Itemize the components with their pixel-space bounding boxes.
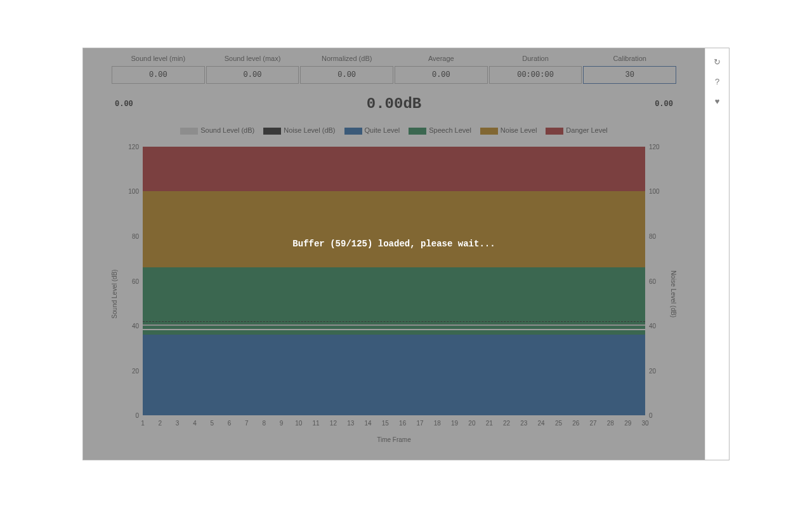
xtick: 6 — [228, 420, 232, 427]
ytick-right: 40 — [649, 322, 663, 329]
legend-speech-swatch — [409, 128, 426, 135]
legend-danger[interactable]: Danger Level — [546, 126, 607, 135]
series-noise-line — [143, 321, 645, 322]
refresh-icon[interactable]: ↻ — [714, 57, 721, 67]
ytick: 40 — [125, 322, 139, 329]
stat-min-value: 0.00 — [112, 66, 205, 84]
app-frame: Sound level (min) 0.00 Sound level (max)… — [82, 48, 730, 460]
xtick: 8 — [262, 420, 266, 427]
x-axis-label: Time Frame — [377, 436, 411, 443]
y-axis-left-label: Sound Level (dB) — [111, 269, 118, 318]
legend-quiet-label: Quite Level — [365, 126, 400, 134]
legend-noisel[interactable]: Noise Level — [480, 126, 537, 135]
ytick: 0 — [125, 412, 139, 419]
ytick: 80 — [125, 232, 139, 239]
stat-calibration-label: Calibration — [583, 55, 676, 66]
legend-noise-swatch — [263, 128, 281, 135]
ytick-right: 20 — [649, 367, 663, 374]
xtick: 14 — [364, 420, 371, 427]
stat-average-value: 0.00 — [395, 66, 488, 84]
series-sound-line-shadow — [143, 324, 645, 326]
legend-noise[interactable]: Noise Level (dB) — [263, 126, 335, 135]
xtick: 22 — [503, 420, 510, 427]
ytick: 100 — [125, 188, 139, 195]
band-noise-level — [143, 191, 645, 267]
xtick: 1 — [141, 420, 145, 427]
xtick: 7 — [245, 420, 249, 427]
stat-normalized-value: 0.00 — [300, 66, 393, 84]
stat-duration-value: 00:00:00 — [489, 66, 582, 84]
legend-danger-swatch — [546, 128, 563, 135]
band-danger-level — [143, 147, 645, 191]
xtick: 15 — [382, 420, 389, 427]
stat-calibration: Calibration 30 — [583, 55, 676, 84]
xtick: 12 — [330, 420, 337, 427]
legend-noisel-label: Noise Level — [501, 126, 537, 134]
legend-noisel-swatch — [480, 128, 498, 135]
y-axis-right-label: Noise Level (dB) — [670, 271, 677, 318]
xtick: 27 — [590, 420, 597, 427]
reading-left: 0.00 — [115, 100, 133, 109]
legend-sound-swatch — [180, 128, 198, 135]
stat-duration-label: Duration — [489, 55, 582, 66]
xtick: 23 — [520, 420, 527, 427]
readings-row: 0.00 0.00dB 0.00 — [83, 84, 705, 112]
stat-max-label: Sound level (max) — [206, 55, 299, 66]
heart-icon[interactable]: ♥ — [715, 97, 720, 106]
calibration-input[interactable]: 30 — [583, 66, 676, 84]
xtick: 13 — [347, 420, 354, 427]
xtick: 3 — [176, 420, 180, 427]
ytick-right: 120 — [649, 144, 663, 150]
plot-inner: 0020204040606080801001001201201234567891… — [143, 147, 645, 415]
xtick: 19 — [451, 420, 458, 427]
stat-duration: Duration 00:00:00 — [489, 55, 582, 84]
legend-speech-label: Speech Level — [429, 126, 471, 134]
help-icon[interactable]: ? — [715, 77, 719, 86]
xtick: 26 — [572, 420, 579, 427]
legend-noise-label: Noise Level (dB) — [284, 126, 335, 134]
stat-average-label: Average — [395, 55, 488, 66]
stat-normalized: Normalized (dB) 0.00 — [300, 55, 393, 84]
xtick: 11 — [313, 420, 320, 427]
legend-sound[interactable]: Sound Level (dB) — [180, 126, 254, 135]
ytick-right: 0 — [649, 412, 663, 419]
xtick: 17 — [416, 420, 423, 427]
ytick-right: 100 — [649, 188, 663, 195]
band-quite-level — [143, 335, 645, 415]
sidebar: ↻ ? ♥ — [705, 48, 729, 460]
xtick: 25 — [555, 420, 562, 427]
ytick: 60 — [125, 277, 139, 284]
ytick: 120 — [125, 144, 139, 150]
reading-right: 0.00 — [655, 100, 673, 109]
stats-row: Sound level (min) 0.00 Sound level (max)… — [83, 48, 705, 84]
ytick-right: 80 — [649, 232, 663, 239]
chart: Sound Level (dB) Noise Level (dB) Time F… — [115, 147, 673, 441]
xtick: 28 — [607, 420, 614, 427]
xtick: 9 — [280, 420, 284, 427]
ytick: 20 — [125, 367, 139, 374]
plot-area: 0020204040606080801001001201201234567891… — [143, 147, 645, 415]
ytick-right: 60 — [649, 277, 663, 284]
legend-sound-label: Sound Level (dB) — [200, 126, 254, 134]
legend-quiet[interactable]: Quite Level — [344, 126, 400, 135]
stat-max: Sound level (max) 0.00 — [206, 55, 299, 84]
legend-speech[interactable]: Speech Level — [409, 126, 471, 135]
xtick: 29 — [624, 420, 631, 427]
stat-min: Sound level (min) 0.00 — [112, 55, 205, 84]
xtick: 4 — [193, 420, 197, 427]
xtick: 16 — [399, 420, 406, 427]
stat-average: Average 0.00 — [395, 55, 488, 84]
xtick: 20 — [468, 420, 475, 427]
xtick: 2 — [159, 420, 162, 427]
main-panel: Sound level (min) 0.00 Sound level (max)… — [83, 48, 705, 460]
xtick: 18 — [434, 420, 441, 427]
xtick: 5 — [210, 420, 214, 427]
reading-center: 0.00dB — [367, 95, 421, 112]
legend-danger-label: Danger Level — [566, 126, 607, 134]
xtick: 10 — [295, 420, 302, 427]
stat-max-value: 0.00 — [206, 66, 299, 84]
legend-quiet-swatch — [344, 128, 362, 135]
chart-legend: Sound Level (dB) Noise Level (dB) Quite … — [83, 112, 705, 138]
stat-normalized-label: Normalized (dB) — [300, 55, 393, 66]
series-sound-line — [143, 329, 645, 330]
